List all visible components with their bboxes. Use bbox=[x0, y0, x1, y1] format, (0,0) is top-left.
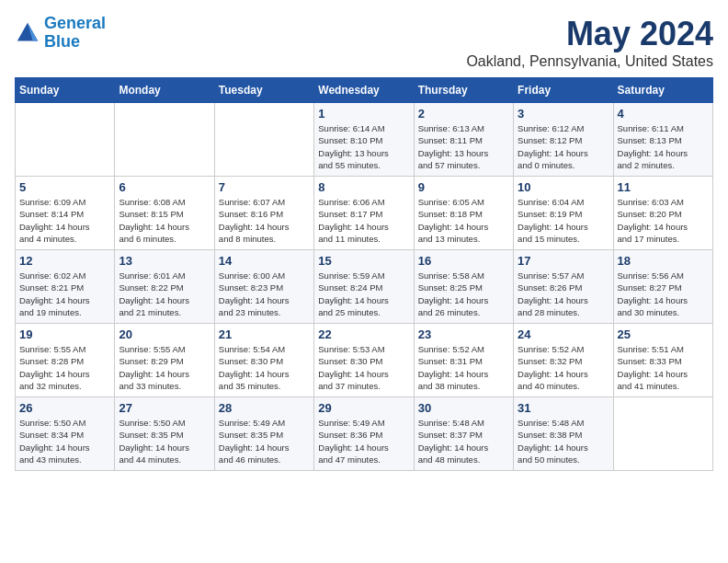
calendar-cell: 2Sunrise: 6:13 AM Sunset: 8:11 PM Daylig… bbox=[414, 103, 513, 177]
day-number: 23 bbox=[418, 327, 509, 341]
calendar-cell: 13Sunrise: 6:01 AM Sunset: 8:22 PM Dayli… bbox=[115, 250, 214, 324]
title-block: May 2024 Oakland, Pennsylvania, United S… bbox=[466, 15, 713, 70]
day-number: 13 bbox=[119, 254, 210, 268]
day-info: Sunrise: 5:50 AM Sunset: 8:35 PM Dayligh… bbox=[119, 417, 210, 465]
calendar-cell bbox=[115, 103, 214, 177]
calendar-cell: 27Sunrise: 5:50 AM Sunset: 8:35 PM Dayli… bbox=[115, 397, 214, 471]
day-number: 11 bbox=[618, 180, 709, 194]
day-number: 27 bbox=[119, 401, 210, 415]
column-header-wednesday: Wednesday bbox=[314, 78, 414, 103]
day-number: 6 bbox=[119, 180, 210, 194]
calendar-cell: 15Sunrise: 5:59 AM Sunset: 8:24 PM Dayli… bbox=[314, 250, 414, 324]
day-number: 19 bbox=[19, 327, 110, 341]
calendar-cell: 12Sunrise: 6:02 AM Sunset: 8:21 PM Dayli… bbox=[16, 250, 115, 324]
day-info: Sunrise: 5:49 AM Sunset: 8:36 PM Dayligh… bbox=[318, 417, 409, 465]
calendar-cell: 29Sunrise: 5:49 AM Sunset: 8:36 PM Dayli… bbox=[314, 397, 414, 471]
day-info: Sunrise: 5:59 AM Sunset: 8:24 PM Dayligh… bbox=[318, 270, 409, 318]
day-number: 7 bbox=[219, 180, 310, 194]
calendar-cell: 8Sunrise: 6:06 AM Sunset: 8:17 PM Daylig… bbox=[314, 177, 414, 250]
day-number: 29 bbox=[318, 401, 409, 415]
day-info: Sunrise: 6:05 AM Sunset: 8:18 PM Dayligh… bbox=[418, 196, 509, 245]
day-number: 28 bbox=[219, 401, 310, 415]
calendar-cell bbox=[16, 103, 115, 177]
calendar-cell: 23Sunrise: 5:52 AM Sunset: 8:31 PM Dayli… bbox=[414, 324, 513, 397]
logo: General Blue bbox=[15, 15, 106, 52]
day-number: 26 bbox=[19, 401, 110, 415]
calendar-cell: 30Sunrise: 5:48 AM Sunset: 8:37 PM Dayli… bbox=[414, 397, 513, 471]
calendar-cell: 19Sunrise: 5:55 AM Sunset: 8:28 PM Dayli… bbox=[16, 324, 115, 397]
calendar-cell: 17Sunrise: 5:57 AM Sunset: 8:26 PM Dayli… bbox=[514, 250, 613, 324]
day-info: Sunrise: 5:55 AM Sunset: 8:28 PM Dayligh… bbox=[19, 343, 110, 392]
day-info: Sunrise: 5:54 AM Sunset: 8:30 PM Dayligh… bbox=[219, 343, 310, 392]
location: Oakland, Pennsylvania, United States bbox=[466, 53, 713, 70]
column-header-tuesday: Tuesday bbox=[214, 78, 313, 103]
calendar-header-row: SundayMondayTuesdayWednesdayThursdayFrid… bbox=[16, 78, 713, 103]
calendar-cell: 16Sunrise: 5:58 AM Sunset: 8:25 PM Dayli… bbox=[414, 250, 513, 324]
day-info: Sunrise: 6:02 AM Sunset: 8:21 PM Dayligh… bbox=[19, 270, 110, 318]
day-number: 10 bbox=[518, 180, 609, 194]
calendar-cell bbox=[613, 397, 712, 471]
day-number: 4 bbox=[618, 107, 709, 121]
day-info: Sunrise: 6:14 AM Sunset: 8:10 PM Dayligh… bbox=[318, 122, 409, 171]
day-number: 17 bbox=[518, 254, 609, 268]
day-info: Sunrise: 5:58 AM Sunset: 8:25 PM Dayligh… bbox=[418, 270, 509, 318]
logo-icon bbox=[15, 20, 40, 46]
day-number: 18 bbox=[618, 254, 709, 268]
day-info: Sunrise: 6:08 AM Sunset: 8:15 PM Dayligh… bbox=[119, 196, 210, 245]
day-info: Sunrise: 6:12 AM Sunset: 8:12 PM Dayligh… bbox=[518, 122, 609, 171]
day-number: 3 bbox=[518, 107, 609, 121]
week-row-4: 19Sunrise: 5:55 AM Sunset: 8:28 PM Dayli… bbox=[16, 324, 713, 397]
calendar-cell: 28Sunrise: 5:49 AM Sunset: 8:35 PM Dayli… bbox=[214, 397, 313, 471]
calendar-table: SundayMondayTuesdayWednesdayThursdayFrid… bbox=[15, 77, 713, 471]
day-info: Sunrise: 5:50 AM Sunset: 8:34 PM Dayligh… bbox=[19, 417, 110, 465]
calendar-cell: 18Sunrise: 5:56 AM Sunset: 8:27 PM Dayli… bbox=[613, 250, 712, 324]
day-number: 22 bbox=[318, 327, 409, 341]
day-info: Sunrise: 6:11 AM Sunset: 8:13 PM Dayligh… bbox=[618, 122, 709, 171]
calendar-cell: 24Sunrise: 5:52 AM Sunset: 8:32 PM Dayli… bbox=[514, 324, 613, 397]
column-header-thursday: Thursday bbox=[414, 78, 513, 103]
page-header: General Blue May 2024 Oakland, Pennsylva… bbox=[15, 15, 713, 70]
week-row-3: 12Sunrise: 6:02 AM Sunset: 8:21 PM Dayli… bbox=[16, 250, 713, 324]
column-header-saturday: Saturday bbox=[613, 78, 712, 103]
day-info: Sunrise: 6:07 AM Sunset: 8:16 PM Dayligh… bbox=[219, 196, 310, 245]
week-row-1: 1Sunrise: 6:14 AM Sunset: 8:10 PM Daylig… bbox=[16, 103, 713, 177]
day-number: 25 bbox=[618, 327, 709, 341]
calendar-cell: 14Sunrise: 6:00 AM Sunset: 8:23 PM Dayli… bbox=[214, 250, 313, 324]
calendar-cell: 6Sunrise: 6:08 AM Sunset: 8:15 PM Daylig… bbox=[115, 177, 214, 250]
column-header-monday: Monday bbox=[115, 78, 214, 103]
day-info: Sunrise: 5:57 AM Sunset: 8:26 PM Dayligh… bbox=[518, 270, 609, 318]
day-number: 21 bbox=[219, 327, 310, 341]
day-number: 5 bbox=[19, 180, 110, 194]
day-info: Sunrise: 5:52 AM Sunset: 8:31 PM Dayligh… bbox=[418, 343, 509, 392]
month-title: May 2024 bbox=[466, 15, 713, 53]
day-number: 31 bbox=[518, 401, 609, 415]
day-number: 1 bbox=[318, 107, 409, 121]
day-info: Sunrise: 5:55 AM Sunset: 8:29 PM Dayligh… bbox=[119, 343, 210, 392]
day-number: 16 bbox=[418, 254, 509, 268]
calendar-cell: 4Sunrise: 6:11 AM Sunset: 8:13 PM Daylig… bbox=[613, 103, 712, 177]
day-number: 30 bbox=[418, 401, 509, 415]
day-info: Sunrise: 6:03 AM Sunset: 8:20 PM Dayligh… bbox=[618, 196, 709, 245]
day-info: Sunrise: 6:06 AM Sunset: 8:17 PM Dayligh… bbox=[318, 196, 409, 245]
calendar-cell: 20Sunrise: 5:55 AM Sunset: 8:29 PM Dayli… bbox=[115, 324, 214, 397]
day-number: 15 bbox=[318, 254, 409, 268]
calendar-cell: 3Sunrise: 6:12 AM Sunset: 8:12 PM Daylig… bbox=[514, 103, 613, 177]
calendar-cell: 31Sunrise: 5:48 AM Sunset: 8:38 PM Dayli… bbox=[514, 397, 613, 471]
calendar-cell: 26Sunrise: 5:50 AM Sunset: 8:34 PM Dayli… bbox=[16, 397, 115, 471]
calendar-cell: 11Sunrise: 6:03 AM Sunset: 8:20 PM Dayli… bbox=[613, 177, 712, 250]
day-number: 14 bbox=[219, 254, 310, 268]
day-info: Sunrise: 6:09 AM Sunset: 8:14 PM Dayligh… bbox=[19, 196, 110, 245]
column-header-sunday: Sunday bbox=[16, 78, 115, 103]
day-info: Sunrise: 5:48 AM Sunset: 8:38 PM Dayligh… bbox=[518, 417, 609, 465]
day-info: Sunrise: 5:51 AM Sunset: 8:33 PM Dayligh… bbox=[618, 343, 709, 392]
calendar-cell: 21Sunrise: 5:54 AM Sunset: 8:30 PM Dayli… bbox=[214, 324, 313, 397]
day-info: Sunrise: 6:00 AM Sunset: 8:23 PM Dayligh… bbox=[219, 270, 310, 318]
column-header-friday: Friday bbox=[514, 78, 613, 103]
week-row-5: 26Sunrise: 5:50 AM Sunset: 8:34 PM Dayli… bbox=[16, 397, 713, 471]
calendar-cell bbox=[214, 103, 313, 177]
day-number: 8 bbox=[318, 180, 409, 194]
day-info: Sunrise: 6:04 AM Sunset: 8:19 PM Dayligh… bbox=[518, 196, 609, 245]
day-info: Sunrise: 5:52 AM Sunset: 8:32 PM Dayligh… bbox=[518, 343, 609, 392]
day-info: Sunrise: 6:13 AM Sunset: 8:11 PM Dayligh… bbox=[418, 122, 509, 171]
calendar-cell: 10Sunrise: 6:04 AM Sunset: 8:19 PM Dayli… bbox=[514, 177, 613, 250]
